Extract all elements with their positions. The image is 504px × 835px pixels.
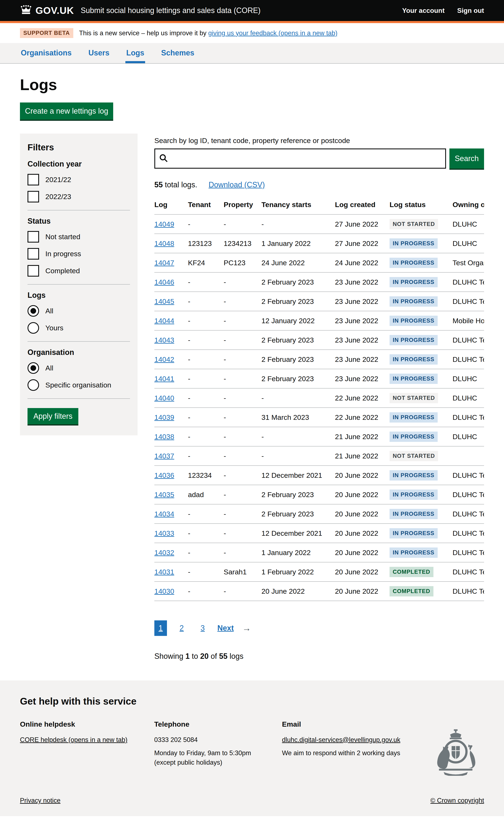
filter-option-organisation-specific-organisation: Specific organisation [27,379,130,391]
cell-tenancy-starts: - [261,215,335,234]
log-link-14032[interactable]: 14032 [154,549,174,556]
cell-tenancy-starts: 20 June 2022 [261,582,335,601]
cell-owning-organisation: DLUHC [452,369,484,388]
search-button[interactable]: Search [449,148,484,169]
log-link-14047[interactable]: 14047 [154,259,174,267]
cell-log: 14035 [154,485,188,504]
log-link-14049[interactable]: 14049 [154,220,174,228]
radio-yours[interactable] [27,322,39,334]
filter-option-collection-year-2021-22: 2021/22 [27,174,130,185]
cell-log-status: IN PROGRESS [389,311,452,330]
cell-log-created: 23 June 2022 [335,350,389,369]
cell-log-created: 20 June 2022 [335,543,389,562]
log-link-14031[interactable]: 14031 [154,568,174,576]
cell-property: - [224,582,261,601]
log-link-14034[interactable]: 14034 [154,510,174,518]
nav-item-organisations[interactable]: Organisations [20,43,73,63]
log-link-14044[interactable]: 14044 [154,317,174,325]
next-arrow-icon: → [242,623,251,633]
email-link[interactable]: dluhc.digital-services@levellingup.gov.u… [282,736,400,744]
search-input[interactable] [154,148,446,169]
log-link-14033[interactable]: 14033 [154,529,174,537]
pagination-page-2[interactable]: 2 [175,620,188,636]
nav-item-logs[interactable]: Logs [125,43,145,63]
log-link-14045[interactable]: 14045 [154,298,174,305]
core-helpdesk-link[interactable]: CORE helpdesk (opens in a new tab) [20,736,127,744]
radio-all[interactable] [27,305,39,317]
log-link-14039[interactable]: 14039 [154,413,174,421]
radio-all[interactable] [27,362,39,374]
checkbox-in-progress[interactable] [27,248,39,260]
status-badge: IN PROGRESS [389,412,438,423]
privacy-notice-link[interactable]: Privacy notice [20,797,60,805]
download-csv-link[interactable]: Download (CSV) [208,180,265,189]
cell-tenant: - [188,311,224,330]
cell-log-status: IN PROGRESS [389,466,452,485]
cell-tenant: - [188,350,224,369]
checkbox-2021-22[interactable] [27,174,39,185]
create-lettings-log-button[interactable]: Create a new lettings log [20,102,113,120]
column-header-tenancy-starts: Tenancy starts [261,197,335,215]
log-link-14035[interactable]: 14035 [154,491,174,498]
cell-property: - [224,272,261,292]
filters-panel: Filters Collection year2021/222022/23Sta… [20,134,138,435]
nav-item-users[interactable]: Users [87,43,110,63]
service-name-link[interactable]: Submit social housing lettings and sales… [81,6,260,15]
cell-log: 14048 [154,234,188,253]
pagination-page-1[interactable]: 1 [154,620,167,636]
log-link-14041[interactable]: 14041 [154,375,174,383]
cell-owning-organisation: DLUHC Test [452,350,484,369]
cell-log-status: NOT STARTED [389,388,452,408]
cell-log-status: COMPLETED [389,562,452,582]
log-link-14030[interactable]: 14030 [154,587,174,595]
cell-owning-organisation: DLUHC [452,234,484,253]
nav-item-schemes[interactable]: Schemes [160,43,195,63]
pagination-next[interactable]: Next [217,624,234,633]
status-badge: NOT STARTED [389,393,438,403]
your-account-link[interactable]: Your account [402,7,445,15]
cell-owning-organisation: DLUHC Test [452,272,484,292]
cell-log-status: IN PROGRESS [389,369,452,388]
cell-owning-organisation: DLUHC [452,388,484,408]
log-link-14046[interactable]: 14046 [154,278,174,286]
cell-log-created: 23 June 2022 [335,311,389,330]
table-row: 1404812312312342131 January 202227 June … [154,234,484,253]
crown-copyright-link[interactable]: © Crown copyright [430,797,484,805]
search-box [154,148,446,169]
log-link-14036[interactable]: 14036 [154,471,174,479]
cell-owning-organisation [452,446,484,466]
cell-owning-organisation: Mobile Housing [452,311,484,330]
log-link-14038[interactable]: 14038 [154,433,174,441]
log-link-14042[interactable]: 14042 [154,355,174,363]
filter-option-label: Specific organisation [45,381,111,389]
table-row: 14034--2 February 202320 June 2022IN PRO… [154,504,484,524]
checkbox-completed[interactable] [27,265,39,277]
checkbox-2022-23[interactable] [27,191,39,202]
log-link-14048[interactable]: 14048 [154,239,174,247]
radio-specific-organisation[interactable] [27,379,39,391]
sign-out-link[interactable]: Sign out [457,7,484,15]
cell-log-status: IN PROGRESS [389,272,452,292]
cell-tenant: - [188,330,224,350]
feedback-link[interactable]: giving us your feedback (opens in a new … [208,29,338,37]
table-row: 14042--2 February 202323 June 2022IN PRO… [154,350,484,369]
pagination-page-3[interactable]: 3 [196,620,209,636]
status-badge: IN PROGRESS [389,470,438,481]
cell-log-status: IN PROGRESS [389,543,452,562]
cell-tenant: - [188,369,224,388]
cell-property: - [224,369,261,388]
govuk-logo[interactable]: GOV.UK [20,5,74,16]
cell-log-created: 21 June 2022 [335,427,389,446]
table-row: 14040---22 June 2022NOT STARTEDDLUHC [154,388,484,408]
table-row: 14047KF24PC12324 June 202224 June 2022IN… [154,253,484,272]
checkbox-not-started[interactable] [27,231,39,243]
log-link-14037[interactable]: 14037 [154,452,174,460]
footer-telephone: Telephone 0333 202 5084 Monday to Friday… [154,719,282,767]
log-link-14043[interactable]: 14043 [154,336,174,344]
filter-group-title-organisation: Organisation [27,348,130,357]
apply-filters-button[interactable]: Apply filters [27,408,78,424]
results-summary: Showing 1 to 20 of 55 logs [154,652,484,661]
status-badge: IN PROGRESS [389,335,438,345]
radio-dot [31,365,36,371]
log-link-14040[interactable]: 14040 [154,394,174,402]
